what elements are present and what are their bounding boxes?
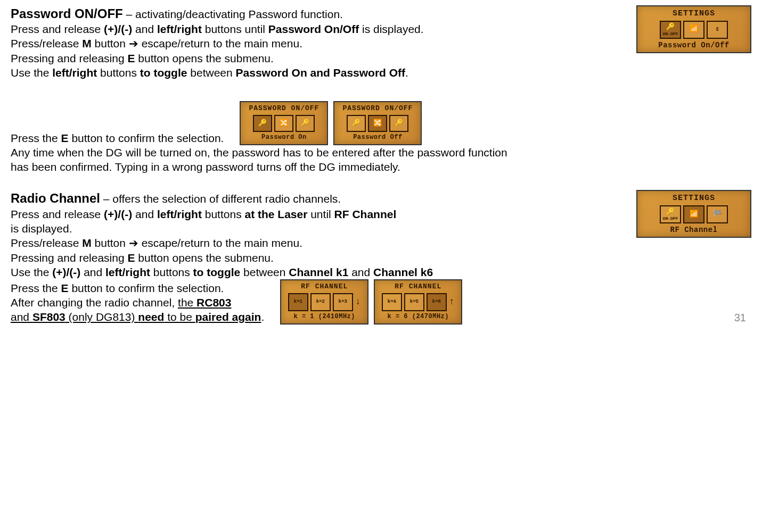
text: Password On/Off bbox=[268, 23, 359, 35]
text: SF803 bbox=[32, 311, 65, 323]
lcd-title: RF CHANNEL bbox=[378, 282, 458, 292]
text: buttons until bbox=[202, 23, 268, 35]
lcd-title: PASSWORD ON/OFF bbox=[244, 104, 324, 113]
text: left/right bbox=[52, 66, 97, 79]
flag-icon: 🏁 bbox=[707, 205, 728, 223]
text: button opens the submenu. bbox=[135, 252, 273, 264]
text: Use the bbox=[11, 66, 52, 79]
text: E bbox=[61, 282, 69, 294]
arrow-icon: ➔ bbox=[129, 237, 138, 249]
signal-icon: 📶 bbox=[683, 205, 704, 223]
text: ON-OFF bbox=[663, 217, 678, 221]
channel-icon: k=4 bbox=[382, 293, 402, 311]
text: Press and release bbox=[11, 208, 104, 220]
text: (+)/(-) bbox=[104, 208, 132, 220]
lcd-caption: k = 1 (2410MHz) bbox=[284, 313, 364, 321]
text: After changing the radio channel, bbox=[11, 296, 178, 309]
lcd-title: SETTINGS bbox=[641, 9, 747, 19]
lcd-caption: Password On bbox=[244, 134, 324, 142]
updown-icon: ⇕ bbox=[707, 21, 728, 39]
lcd-title: SETTINGS bbox=[641, 193, 747, 204]
key-icon: 🔑 bbox=[389, 115, 408, 132]
text: to be bbox=[164, 311, 195, 323]
channel-icon: k=1 bbox=[288, 293, 308, 311]
line: Use the (+)/(-) and left/right buttons t… bbox=[11, 265, 626, 279]
text: buttons bbox=[202, 208, 245, 220]
lcd-caption: RF Channel bbox=[641, 225, 747, 235]
channel-icon: k=5 bbox=[404, 293, 424, 311]
text: escape/return to the main menu. bbox=[138, 37, 302, 49]
key-onoff-icon: 🔑ON-OFF bbox=[660, 205, 681, 223]
text: E bbox=[61, 132, 69, 144]
line: is displayed. bbox=[11, 221, 626, 236]
lcd-icons: 🔑ON-OFF 📶 🏁 bbox=[641, 205, 747, 223]
text: E bbox=[127, 252, 135, 264]
lcd-icons: k=1 k=2 k=3 ↓ bbox=[284, 293, 364, 311]
text: buttons bbox=[150, 266, 193, 278]
key-icon: 🔑 bbox=[253, 115, 272, 132]
text: Channel k6 bbox=[373, 266, 433, 278]
lcd-icons: 🔑ON-OFF 📶 ⇕ bbox=[641, 21, 747, 39]
signal-icon: 📶 bbox=[683, 21, 704, 39]
text: (only DG813) bbox=[65, 311, 138, 323]
text: button opens the submenu. bbox=[135, 52, 273, 64]
text: between bbox=[187, 66, 235, 79]
text: button to confirm the selection. bbox=[69, 282, 224, 294]
text: paired again bbox=[195, 311, 261, 323]
lcd-settings-password: SETTINGS 🔑ON-OFF 📶 ⇕ Password On/Off bbox=[636, 5, 751, 53]
line: Use the left/right buttons to toggle bet… bbox=[11, 65, 626, 80]
lcd-rf-k1: RF CHANNEL k=1 k=2 k=3 ↓ k = 1 (2410MHz) bbox=[280, 279, 368, 324]
text: and bbox=[132, 23, 157, 35]
line: Press and release (+)/(-) and left/right… bbox=[11, 22, 626, 36]
text: – offers the selection of different radi… bbox=[100, 193, 341, 205]
lcd-caption: k = 6 (2470MHz) bbox=[378, 313, 458, 321]
lcd-icons: 🔑 🔀 🔑 bbox=[338, 115, 417, 132]
text: escape/return to the main menu. bbox=[138, 237, 302, 249]
key-icon: 🔑 bbox=[666, 208, 675, 217]
text: (+)/(-) bbox=[52, 266, 80, 278]
text: button bbox=[92, 37, 129, 49]
key-icon: 🔑 bbox=[666, 23, 675, 32]
confirm-line: Press the E button to confirm the select… bbox=[11, 101, 626, 145]
password-lcd-group: PASSWORD ON/OFF 🔑 🔀 🔑 Password On PASSWO… bbox=[240, 101, 422, 145]
lcd-title: RF CHANNEL bbox=[284, 282, 364, 292]
key-icon: 🔑 bbox=[347, 115, 366, 132]
line: and SF803 (only DG813) need to be paired… bbox=[11, 310, 264, 324]
text: and bbox=[348, 266, 373, 278]
channel-icon: k=3 bbox=[333, 293, 353, 311]
text: M bbox=[82, 37, 92, 49]
text: and bbox=[80, 266, 105, 278]
text: buttons bbox=[97, 66, 140, 79]
text: left/right bbox=[157, 208, 202, 220]
down-arrow-icon: ↓ bbox=[355, 296, 361, 308]
confirm-rf-line: Press the E button to confirm the select… bbox=[11, 279, 626, 324]
text: M bbox=[82, 237, 92, 249]
radio-heading: Radio Channel bbox=[11, 191, 100, 205]
radio-section: Radio Channel – offers the selection of … bbox=[11, 190, 751, 324]
lcd-settings-rf: SETTINGS 🔑ON-OFF 📶 🏁 RF Channel bbox=[636, 190, 751, 238]
text: Password On and Password Off bbox=[236, 66, 406, 79]
text: to toggle bbox=[140, 66, 187, 79]
text: Use the bbox=[11, 266, 52, 278]
text: Pressing and releasing bbox=[11, 52, 127, 64]
text: between bbox=[240, 266, 289, 278]
password-section: Password ON/OFF – activating/deactivatin… bbox=[11, 5, 751, 174]
password-text: Password ON/OFF – activating/deactivatin… bbox=[11, 5, 626, 174]
key-icon: 🔑 bbox=[296, 115, 315, 132]
text: is displayed. bbox=[359, 23, 423, 35]
lcd-caption: Password Off bbox=[338, 134, 417, 142]
text: . bbox=[261, 311, 264, 323]
line: Press the E button to confirm the select… bbox=[11, 281, 264, 295]
line: Pressing and releasing E button opens th… bbox=[11, 251, 626, 265]
key-onoff-icon: 🔑ON-OFF bbox=[660, 21, 681, 39]
text: to toggle bbox=[193, 266, 241, 278]
text: until bbox=[307, 208, 334, 220]
lcd-password-off: PASSWORD ON/OFF 🔑 🔀 🔑 Password Off bbox=[333, 101, 422, 145]
line: Press/release M button ➔ escape/return t… bbox=[11, 236, 626, 250]
text: Press the bbox=[11, 132, 61, 144]
cross-icon: 🔀 bbox=[274, 115, 293, 132]
line: Pressing and releasing E button opens th… bbox=[11, 51, 626, 65]
lcd-title: PASSWORD ON/OFF bbox=[338, 104, 417, 113]
up-arrow-icon: ↑ bbox=[449, 296, 455, 308]
text: Press/release bbox=[11, 237, 82, 249]
